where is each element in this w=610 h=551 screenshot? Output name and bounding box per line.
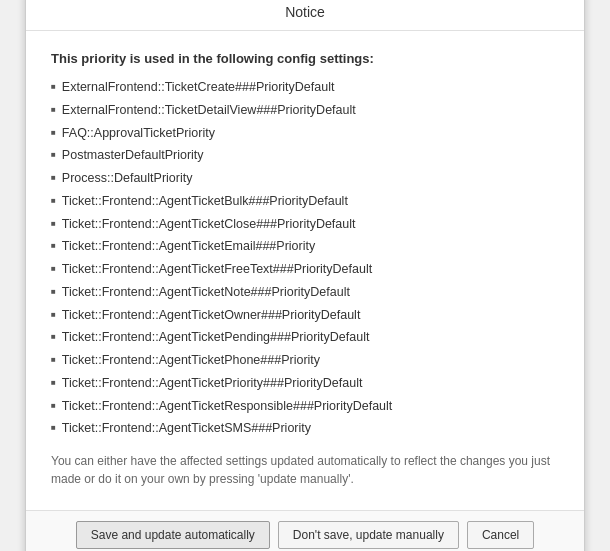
list-item: Ticket::Frontend::AgentTicketSMS###Prior… <box>51 417 559 440</box>
list-item: Ticket::Frontend::AgentTicketEmail###Pri… <box>51 235 559 258</box>
update-manually-button[interactable]: Don't save, update manually <box>278 521 459 549</box>
list-item: Ticket::Frontend::AgentTicketNote###Prio… <box>51 281 559 304</box>
dialog-header: Notice <box>26 0 584 31</box>
notice-dialog: Notice This priority is used in the foll… <box>25 0 585 551</box>
list-item: Ticket::Frontend::AgentTicketBulk###Prio… <box>51 190 559 213</box>
list-item: PostmasterDefaultPriority <box>51 144 559 167</box>
list-item: Ticket::Frontend::AgentTicketPriority###… <box>51 372 559 395</box>
body-title: This priority is used in the following c… <box>51 51 559 66</box>
list-item: Ticket::Frontend::AgentTicketResponsible… <box>51 395 559 418</box>
list-item: ExternalFrontend::TicketCreate###Priorit… <box>51 76 559 99</box>
dialog-body: This priority is used in the following c… <box>26 31 584 510</box>
list-item: FAQ::ApprovalTicketPriority <box>51 122 559 145</box>
list-item: Process::DefaultPriority <box>51 167 559 190</box>
list-item: Ticket::Frontend::AgentTicketPhone###Pri… <box>51 349 559 372</box>
list-item: Ticket::Frontend::AgentTicketOwner###Pri… <box>51 304 559 327</box>
save-auto-button[interactable]: Save and update automatically <box>76 521 270 549</box>
list-item: Ticket::Frontend::AgentTicketFreeText###… <box>51 258 559 281</box>
notice-text: You can either have the affected setting… <box>51 452 559 500</box>
cancel-button[interactable]: Cancel <box>467 521 534 549</box>
list-item: ExternalFrontend::TicketDetailView###Pri… <box>51 99 559 122</box>
dialog-title: Notice <box>285 4 325 20</box>
dialog-footer: Save and update automatically Don't save… <box>26 510 584 551</box>
config-list: ExternalFrontend::TicketCreate###Priorit… <box>51 76 559 440</box>
list-item: Ticket::Frontend::AgentTicketClose###Pri… <box>51 213 559 236</box>
list-item: Ticket::Frontend::AgentTicketPending###P… <box>51 326 559 349</box>
